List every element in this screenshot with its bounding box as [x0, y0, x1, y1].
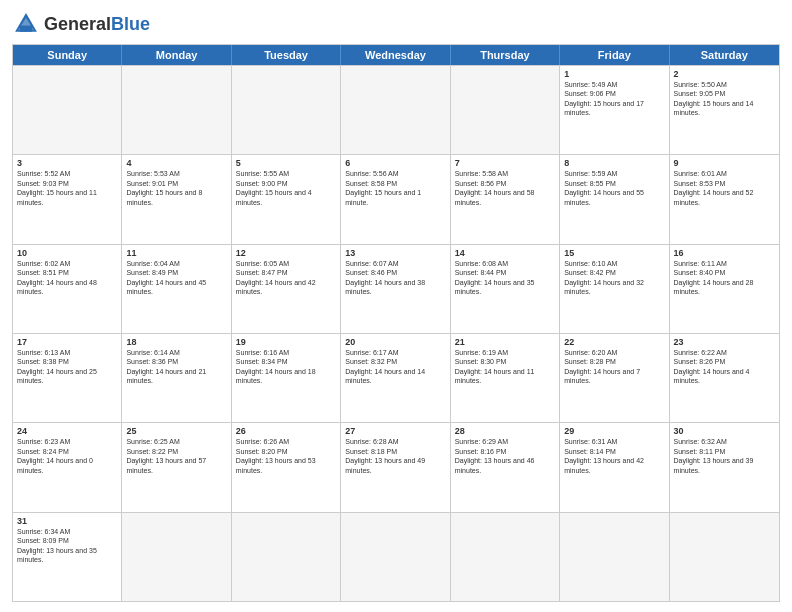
day-info: Sunrise: 5:52 AM Sunset: 9:03 PM Dayligh…: [17, 169, 117, 207]
calendar-cell-r3c5: 22Sunrise: 6:20 AM Sunset: 8:28 PM Dayli…: [560, 334, 669, 422]
day-number: 29: [564, 426, 664, 436]
calendar-cell-r1c4: 7Sunrise: 5:58 AM Sunset: 8:56 PM Daylig…: [451, 155, 560, 243]
calendar-cell-r0c3: [341, 66, 450, 154]
day-number: 23: [674, 337, 775, 347]
calendar-cell-r5c0: 31Sunrise: 6:34 AM Sunset: 8:09 PM Dayli…: [13, 513, 122, 601]
header-day-wednesday: Wednesday: [341, 45, 450, 65]
day-info: Sunrise: 6:16 AM Sunset: 8:34 PM Dayligh…: [236, 348, 336, 386]
calendar-cell-r0c6: 2Sunrise: 5:50 AM Sunset: 9:05 PM Daylig…: [670, 66, 779, 154]
day-number: 6: [345, 158, 445, 168]
calendar-cell-r4c4: 28Sunrise: 6:29 AM Sunset: 8:16 PM Dayli…: [451, 423, 560, 511]
day-number: 30: [674, 426, 775, 436]
calendar-cell-r0c5: 1Sunrise: 5:49 AM Sunset: 9:06 PM Daylig…: [560, 66, 669, 154]
calendar-cell-r1c1: 4Sunrise: 5:53 AM Sunset: 9:01 PM Daylig…: [122, 155, 231, 243]
day-info: Sunrise: 6:02 AM Sunset: 8:51 PM Dayligh…: [17, 259, 117, 297]
day-info: Sunrise: 6:11 AM Sunset: 8:40 PM Dayligh…: [674, 259, 775, 297]
day-info: Sunrise: 6:29 AM Sunset: 8:16 PM Dayligh…: [455, 437, 555, 475]
day-info: Sunrise: 6:32 AM Sunset: 8:11 PM Dayligh…: [674, 437, 775, 475]
day-number: 16: [674, 248, 775, 258]
calendar: SundayMondayTuesdayWednesdayThursdayFrid…: [12, 44, 780, 602]
day-info: Sunrise: 6:19 AM Sunset: 8:30 PM Dayligh…: [455, 348, 555, 386]
header-day-sunday: Sunday: [13, 45, 122, 65]
calendar-cell-r5c4: [451, 513, 560, 601]
calendar-cell-r4c5: 29Sunrise: 6:31 AM Sunset: 8:14 PM Dayli…: [560, 423, 669, 511]
calendar-cell-r2c3: 13Sunrise: 6:07 AM Sunset: 8:46 PM Dayli…: [341, 245, 450, 333]
day-number: 24: [17, 426, 117, 436]
day-info: Sunrise: 6:07 AM Sunset: 8:46 PM Dayligh…: [345, 259, 445, 297]
day-info: Sunrise: 6:22 AM Sunset: 8:26 PM Dayligh…: [674, 348, 775, 386]
day-number: 21: [455, 337, 555, 347]
day-number: 7: [455, 158, 555, 168]
header: GeneralBlue: [12, 10, 780, 38]
calendar-cell-r3c0: 17Sunrise: 6:13 AM Sunset: 8:38 PM Dayli…: [13, 334, 122, 422]
day-number: 18: [126, 337, 226, 347]
day-info: Sunrise: 5:53 AM Sunset: 9:01 PM Dayligh…: [126, 169, 226, 207]
calendar-cell-r0c1: [122, 66, 231, 154]
calendar-cell-r3c3: 20Sunrise: 6:17 AM Sunset: 8:32 PM Dayli…: [341, 334, 450, 422]
day-number: 15: [564, 248, 664, 258]
day-number: 4: [126, 158, 226, 168]
day-number: 19: [236, 337, 336, 347]
calendar-cell-r3c1: 18Sunrise: 6:14 AM Sunset: 8:36 PM Dayli…: [122, 334, 231, 422]
calendar-cell-r1c2: 5Sunrise: 5:55 AM Sunset: 9:00 PM Daylig…: [232, 155, 341, 243]
header-day-thursday: Thursday: [451, 45, 560, 65]
calendar-cell-r1c6: 9Sunrise: 6:01 AM Sunset: 8:53 PM Daylig…: [670, 155, 779, 243]
svg-rect-2: [20, 26, 32, 32]
day-number: 26: [236, 426, 336, 436]
day-info: Sunrise: 6:25 AM Sunset: 8:22 PM Dayligh…: [126, 437, 226, 475]
day-info: Sunrise: 6:17 AM Sunset: 8:32 PM Dayligh…: [345, 348, 445, 386]
day-info: Sunrise: 6:05 AM Sunset: 8:47 PM Dayligh…: [236, 259, 336, 297]
header-day-tuesday: Tuesday: [232, 45, 341, 65]
calendar-cell-r5c5: [560, 513, 669, 601]
calendar-cell-r1c0: 3Sunrise: 5:52 AM Sunset: 9:03 PM Daylig…: [13, 155, 122, 243]
calendar-cell-r5c1: [122, 513, 231, 601]
day-number: 1: [564, 69, 664, 79]
day-number: 3: [17, 158, 117, 168]
calendar-row-3: 17Sunrise: 6:13 AM Sunset: 8:38 PM Dayli…: [13, 333, 779, 422]
day-info: Sunrise: 5:58 AM Sunset: 8:56 PM Dayligh…: [455, 169, 555, 207]
calendar-cell-r0c2: [232, 66, 341, 154]
logo-text: GeneralBlue: [44, 14, 150, 35]
calendar-row-5: 31Sunrise: 6:34 AM Sunset: 8:09 PM Dayli…: [13, 512, 779, 601]
day-info: Sunrise: 6:13 AM Sunset: 8:38 PM Dayligh…: [17, 348, 117, 386]
day-number: 5: [236, 158, 336, 168]
day-info: Sunrise: 6:34 AM Sunset: 8:09 PM Dayligh…: [17, 527, 117, 565]
calendar-cell-r2c1: 11Sunrise: 6:04 AM Sunset: 8:49 PM Dayli…: [122, 245, 231, 333]
day-number: 8: [564, 158, 664, 168]
day-number: 9: [674, 158, 775, 168]
calendar-cell-r2c2: 12Sunrise: 6:05 AM Sunset: 8:47 PM Dayli…: [232, 245, 341, 333]
logo-icon: [12, 10, 40, 38]
day-info: Sunrise: 5:56 AM Sunset: 8:58 PM Dayligh…: [345, 169, 445, 207]
calendar-cell-r0c4: [451, 66, 560, 154]
day-info: Sunrise: 6:31 AM Sunset: 8:14 PM Dayligh…: [564, 437, 664, 475]
calendar-row-1: 3Sunrise: 5:52 AM Sunset: 9:03 PM Daylig…: [13, 154, 779, 243]
calendar-cell-r2c0: 10Sunrise: 6:02 AM Sunset: 8:51 PM Dayli…: [13, 245, 122, 333]
calendar-cell-r5c6: [670, 513, 779, 601]
header-day-friday: Friday: [560, 45, 669, 65]
day-info: Sunrise: 5:49 AM Sunset: 9:06 PM Dayligh…: [564, 80, 664, 118]
day-info: Sunrise: 6:20 AM Sunset: 8:28 PM Dayligh…: [564, 348, 664, 386]
day-number: 10: [17, 248, 117, 258]
calendar-body: 1Sunrise: 5:49 AM Sunset: 9:06 PM Daylig…: [13, 65, 779, 601]
calendar-row-4: 24Sunrise: 6:23 AM Sunset: 8:24 PM Dayli…: [13, 422, 779, 511]
calendar-cell-r2c6: 16Sunrise: 6:11 AM Sunset: 8:40 PM Dayli…: [670, 245, 779, 333]
day-number: 27: [345, 426, 445, 436]
calendar-cell-r4c0: 24Sunrise: 6:23 AM Sunset: 8:24 PM Dayli…: [13, 423, 122, 511]
day-info: Sunrise: 6:23 AM Sunset: 8:24 PM Dayligh…: [17, 437, 117, 475]
calendar-cell-r0c0: [13, 66, 122, 154]
day-info: Sunrise: 6:26 AM Sunset: 8:20 PM Dayligh…: [236, 437, 336, 475]
day-info: Sunrise: 6:04 AM Sunset: 8:49 PM Dayligh…: [126, 259, 226, 297]
day-info: Sunrise: 6:10 AM Sunset: 8:42 PM Dayligh…: [564, 259, 664, 297]
calendar-cell-r3c6: 23Sunrise: 6:22 AM Sunset: 8:26 PM Dayli…: [670, 334, 779, 422]
day-number: 22: [564, 337, 664, 347]
calendar-cell-r3c2: 19Sunrise: 6:16 AM Sunset: 8:34 PM Dayli…: [232, 334, 341, 422]
day-info: Sunrise: 6:14 AM Sunset: 8:36 PM Dayligh…: [126, 348, 226, 386]
day-number: 31: [17, 516, 117, 526]
logo: GeneralBlue: [12, 10, 150, 38]
header-day-monday: Monday: [122, 45, 231, 65]
day-info: Sunrise: 6:01 AM Sunset: 8:53 PM Dayligh…: [674, 169, 775, 207]
calendar-cell-r1c5: 8Sunrise: 5:59 AM Sunset: 8:55 PM Daylig…: [560, 155, 669, 243]
calendar-cell-r5c3: [341, 513, 450, 601]
day-info: Sunrise: 6:08 AM Sunset: 8:44 PM Dayligh…: [455, 259, 555, 297]
day-info: Sunrise: 5:55 AM Sunset: 9:00 PM Dayligh…: [236, 169, 336, 207]
